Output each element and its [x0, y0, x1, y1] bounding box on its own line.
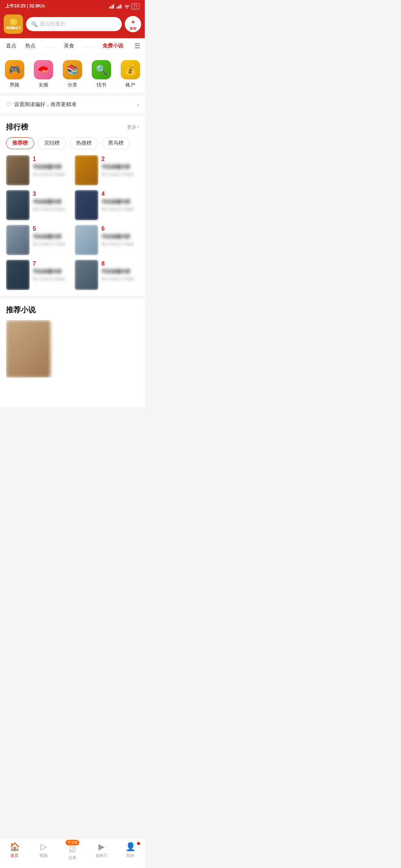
status-time-speed: 上午10:25 | 32.9K/s	[5, 3, 45, 9]
book-item-4[interactable]: 4 书名标题内容 简介内容文字描述	[75, 190, 139, 220]
book-desc-3: 简介内容文字描述	[33, 207, 70, 212]
book-rank-4: 4	[101, 191, 139, 197]
signal-icon	[109, 4, 115, 9]
account-icon: 💰	[121, 60, 140, 79]
rec-section-title: 推荐小说	[6, 305, 139, 315]
svg-rect-5	[118, 6, 119, 9]
publish-label: 发布	[130, 26, 136, 31]
book-cover-3	[6, 190, 30, 220]
logo-text: 阅读赚金币	[6, 26, 21, 30]
book-title-7: 书名标题内容	[33, 269, 70, 275]
book-item-6[interactable]: 6 书名标题内容 简介内容文字描述	[75, 225, 139, 255]
book-cover-5	[6, 225, 30, 255]
tab-food[interactable]: 美食	[59, 39, 79, 53]
pref-banner[interactable]: ♡ 设置阅读偏好，推荐更精准 ›	[0, 96, 145, 113]
book-info-2: 2 书名标题内容 简介内容文字描述	[101, 155, 139, 185]
book-cover-6	[75, 225, 98, 255]
nav-tabs: 直点 热点 …… 美食 …… 免费小说 ☰	[0, 38, 145, 54]
book-rank-7: 7	[33, 260, 70, 267]
plus-icon: ＋	[130, 17, 136, 26]
tab-hot[interactable]: 热点	[21, 39, 40, 53]
book-item-3[interactable]: 3 书名标题内容 简介内容文字描述	[6, 190, 70, 220]
rank-tab-blackhorse[interactable]: 黑马榜	[102, 137, 130, 149]
book-rank-2: 2	[101, 156, 139, 162]
search-icon: 🔍	[31, 21, 38, 27]
tab-novel[interactable]: 免费小说	[98, 39, 128, 53]
book-item-1[interactable]: 1 书名标题内容 简介内容文字描述	[6, 155, 70, 185]
rank-title: 排行榜	[6, 122, 28, 132]
heart-icon: ♡	[6, 101, 11, 108]
category-classify[interactable]: 📚 分类	[63, 60, 82, 88]
tab-5[interactable]: ……	[79, 39, 98, 53]
status-icons: 77	[109, 3, 140, 9]
book-desc-7: 简介内容文字描述	[33, 276, 70, 282]
male-icon: 🎮	[5, 60, 24, 79]
book-title-3: 书名标题内容	[33, 199, 70, 205]
book-info-7: 7 书名标题内容 简介内容文字描述	[33, 260, 70, 290]
book-rank-5: 5	[33, 226, 70, 232]
book-cover-8	[75, 260, 98, 290]
rank-more-button[interactable]: 更多 ›	[127, 124, 139, 131]
svg-rect-0	[109, 7, 110, 9]
signal-icon-2	[117, 4, 123, 9]
svg-rect-1	[110, 6, 111, 9]
rank-tab-complete[interactable]: 完结榜	[38, 137, 66, 149]
search-placeholder: 搜你想看的	[40, 21, 66, 27]
nav-more-icon[interactable]: ☰	[131, 38, 143, 54]
more-chevron-icon: ›	[137, 124, 139, 130]
tab-3[interactable]: ……	[40, 39, 59, 53]
svg-rect-6	[119, 5, 120, 9]
rank-tab-recommend[interactable]: 推荐榜	[6, 137, 34, 149]
publish-button[interactable]: ＋ 发布	[125, 16, 141, 32]
book-item-8[interactable]: 8 书名标题内容 简介内容文字描述	[75, 260, 139, 290]
book-rank-3: 3	[33, 191, 70, 197]
book-item-7[interactable]: 7 书名标题内容 简介内容文字描述	[6, 260, 70, 290]
category-female[interactable]: 🪭 女频	[34, 60, 53, 88]
rank-tab-hotsearch[interactable]: 热搜榜	[70, 137, 98, 149]
rank-more-label: 更多	[127, 124, 137, 131]
category-classify-label: 分类	[68, 82, 77, 88]
book-info-6: 6 书名标题内容 简介内容文字描述	[101, 225, 139, 255]
category-male[interactable]: 🎮 男频	[5, 60, 24, 88]
svg-rect-7	[120, 4, 121, 9]
pref-left: ♡ 设置阅读偏好，推荐更精准	[6, 101, 76, 108]
svg-rect-3	[113, 4, 114, 9]
search-bar[interactable]: 🔍 搜你想看的	[26, 17, 122, 31]
book-rank-1: 1	[33, 156, 70, 162]
book-cover-2	[75, 155, 98, 185]
category-account[interactable]: 💰 账户	[121, 60, 140, 88]
chevron-right-icon: ›	[137, 101, 139, 108]
book-item-5[interactable]: 5 书名标题内容 简介内容文字描述	[6, 225, 70, 255]
category-female-label: 女频	[39, 82, 48, 88]
book-desc-2: 简介内容文字描述	[101, 172, 139, 177]
book-info-5: 5 书名标题内容 简介内容文字描述	[33, 225, 70, 255]
rank-section-header: 排行榜 更多 ›	[6, 122, 139, 132]
logo-button[interactable]: 🪙 阅读赚金币	[4, 14, 23, 34]
status-bar: 上午10:25 | 32.9K/s 77	[0, 0, 145, 11]
book-cover-4	[75, 190, 98, 220]
book-cover-7	[6, 260, 30, 290]
book-title-1: 书名标题内容	[33, 164, 70, 170]
category-find[interactable]: 🔍 找书	[92, 60, 111, 88]
book-rank-6: 6	[101, 226, 139, 232]
book-title-2: 书名标题内容	[101, 164, 139, 170]
book-info-1: 1 书名标题内容 简介内容文字描述	[33, 155, 70, 185]
book-info-8: 8 书名标题内容 简介内容文字描述	[101, 260, 139, 290]
tab-live[interactable]: 直点	[1, 39, 21, 53]
pref-text: 设置阅读偏好，推荐更精准	[14, 101, 76, 108]
category-male-label: 男频	[10, 82, 19, 88]
classify-icon: 📚	[63, 60, 82, 79]
book-title-6: 书名标题内容	[101, 234, 139, 240]
book-desc-4: 简介内容文字描述	[101, 207, 139, 212]
category-section: 🎮 男频 🪭 女频 📚 分类 🔍 找书 💰 账户	[0, 54, 145, 93]
wifi-icon	[124, 4, 130, 9]
book-desc-1: 简介内容文字描述	[33, 172, 70, 177]
battery-level: 77	[133, 4, 138, 9]
book-desc-8: 简介内容文字描述	[101, 276, 139, 282]
book-item-2[interactable]: 2 书名标题内容 简介内容文字描述	[75, 155, 139, 185]
rec-book-cover-1[interactable]	[6, 320, 50, 378]
book-info-3: 3 书名标题内容 简介内容文字描述	[33, 190, 70, 220]
rank-section: 排行榜 更多 › 推荐榜 完结榜 热搜榜 黑马榜 1 书名标题内容 简介内容文字…	[0, 116, 145, 296]
book-desc-6: 简介内容文字描述	[101, 241, 139, 247]
category-find-label: 找书	[97, 82, 106, 88]
